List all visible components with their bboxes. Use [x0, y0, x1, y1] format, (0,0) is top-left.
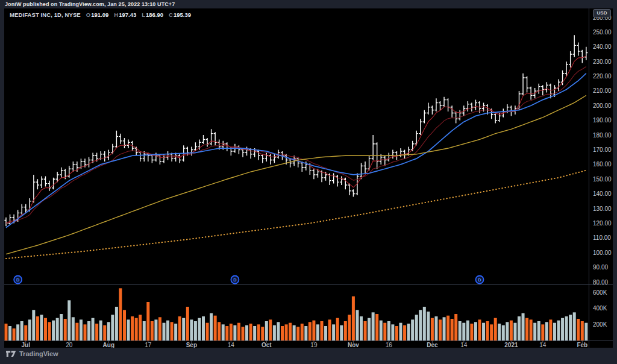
- svg-text:140.00: 140.00: [593, 190, 612, 197]
- chart-canvas[interactable]: DDD260.00250.00240.00230.00220.00210.002…: [4, 8, 613, 348]
- price-bars: [4, 35, 587, 226]
- svg-text:230.00: 230.00: [593, 58, 612, 65]
- ohlc-low: L186.90: [142, 11, 163, 18]
- svg-text:D: D: [233, 277, 237, 283]
- symbol-title: MEDIFAST INC, 1D, NYSE: [10, 11, 81, 18]
- svg-text:110.00: 110.00: [593, 234, 611, 241]
- pane-separators: [4, 8, 613, 348]
- svg-text:Aug: Aug: [103, 342, 114, 348]
- volume-bars: [5, 288, 588, 340]
- svg-text:160.00: 160.00: [593, 161, 612, 168]
- svg-text:220.00: 220.00: [593, 73, 612, 80]
- svg-text:Dec: Dec: [427, 342, 438, 348]
- svg-text:D: D: [16, 277, 20, 283]
- svg-text:200K: 200K: [593, 321, 607, 328]
- svg-text:16: 16: [386, 342, 393, 348]
- svg-text:D: D: [478, 277, 481, 283]
- svg-text:200.00: 200.00: [593, 102, 612, 109]
- svg-text:Feb: Feb: [577, 342, 587, 348]
- tradingview-logo-icon: [6, 351, 16, 357]
- svg-text:400K: 400K: [593, 305, 607, 312]
- svg-text:14: 14: [228, 342, 235, 348]
- ma-200-dotted: [6, 171, 586, 259]
- tradingview-logo-text: TradingView: [19, 350, 58, 357]
- svg-text:17: 17: [145, 342, 152, 348]
- svg-text:600K: 600K: [593, 289, 607, 296]
- svg-text:100.00: 100.00: [593, 249, 612, 256]
- svg-text:14: 14: [460, 342, 468, 348]
- svg-text:2021: 2021: [504, 342, 518, 348]
- svg-text:190.00: 190.00: [593, 117, 612, 124]
- dividend-marker[interactable]: D: [476, 276, 484, 284]
- dividend-marker[interactable]: D: [231, 276, 239, 284]
- dividend-marker[interactable]: D: [14, 276, 22, 284]
- svg-text:Oct: Oct: [262, 342, 272, 348]
- svg-text:210.00: 210.00: [593, 87, 612, 94]
- svg-text:14: 14: [539, 342, 547, 348]
- ohlc-high: H197.43: [114, 11, 136, 18]
- ema-slow-red: [6, 67, 586, 224]
- svg-text:170.00: 170.00: [593, 146, 612, 153]
- chart-panel: MEDIFAST INC, 1D, NYSE O191.09 H197.43 L…: [4, 8, 613, 348]
- symbol-legend[interactable]: MEDIFAST INC, 1D, NYSE O191.09 H197.43 L…: [10, 11, 191, 18]
- time-axis[interactable]: Jul20Aug17Sep14Oct19Nov16Dec14202114Feb: [22, 340, 588, 348]
- ema-fast-red: [6, 56, 586, 223]
- ohlc-open: O191.09: [86, 11, 108, 18]
- svg-text:150.00: 150.00: [593, 176, 612, 183]
- svg-text:19: 19: [310, 342, 318, 348]
- price-axis[interactable]: 260.00250.00240.00230.00220.00210.00200.…: [593, 14, 612, 286]
- ohlc-close: C195.39: [169, 11, 191, 18]
- svg-text:80.00: 80.00: [593, 279, 608, 286]
- svg-text:Jul: Jul: [22, 342, 31, 348]
- svg-text:90.00: 90.00: [593, 264, 608, 271]
- footer-brand[interactable]: TradingView: [6, 350, 58, 357]
- volume-axis[interactable]: 600K400K200K: [593, 289, 607, 328]
- currency-badge[interactable]: USD: [593, 9, 611, 17]
- svg-text:250.00: 250.00: [593, 29, 612, 36]
- ma-mid-blue: [6, 74, 586, 228]
- svg-text:240.00: 240.00: [593, 43, 612, 50]
- svg-text:120.00: 120.00: [593, 220, 612, 227]
- publish-bar: JoniW published on TradingView.com, Jan …: [5, 1, 175, 8]
- svg-text:20: 20: [66, 342, 73, 348]
- svg-text:130.00: 130.00: [593, 206, 612, 212]
- svg-text:180.00: 180.00: [593, 132, 612, 139]
- svg-text:Sep: Sep: [186, 342, 197, 348]
- svg-text:Nov: Nov: [348, 342, 359, 348]
